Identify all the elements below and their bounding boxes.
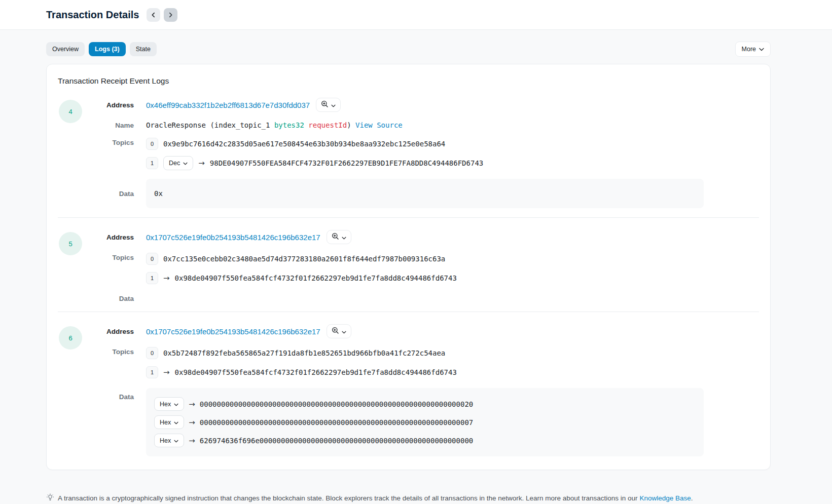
- event-signature: OracleResponse (index_topic_1 bytes32 re…: [146, 120, 759, 129]
- data-label: Data: [103, 388, 134, 401]
- tab-state[interactable]: State: [130, 42, 157, 56]
- close-paren: ): [347, 121, 355, 129]
- log-index-badge: 5: [59, 232, 82, 255]
- log-divider: [58, 217, 759, 218]
- data-word-row: Hex → 0000000000000000000000000000000000…: [154, 397, 696, 411]
- view-source-link[interactable]: View Source: [355, 121, 403, 129]
- log-index-badge: 4: [59, 100, 82, 123]
- address-label: Address: [103, 234, 134, 241]
- address-zoom-button[interactable]: [316, 98, 341, 112]
- data-word-value: 0000000000000000000000000000000000000000…: [200, 400, 473, 408]
- topic-value: 0x7cc135e0cebb02c3480ae5d74d377283180a26…: [163, 255, 445, 263]
- log-entry-4: 4 Address 0x46eff99cab332f1b2eb2ff6813d6…: [58, 98, 759, 208]
- topic-encoding-select[interactable]: Dec: [163, 156, 193, 170]
- param-type: bytes32: [274, 121, 304, 129]
- address-zoom-button[interactable]: [327, 324, 351, 338]
- address-row: Address 0x46eff99cab332f1b2eb2ff6813d67e…: [103, 98, 759, 112]
- more-button[interactable]: More: [735, 42, 771, 57]
- topics-row: Topics 0 0x7cc135e0cebb02c3480ae5d74d377…: [103, 252, 759, 285]
- topics-label: Topics: [103, 346, 134, 356]
- chevron-down-icon: [331, 101, 336, 109]
- topics-label: Topics: [103, 137, 134, 146]
- topic-encoding-value: Dec: [169, 160, 180, 167]
- chevron-down-icon: [183, 160, 188, 167]
- data-row: Data: [103, 293, 759, 302]
- topic-value: 0x98de04907f550fea584fcf4732f01f2662297e…: [175, 274, 457, 282]
- address-row: Address 0x1707c526e19fe0b254193b5481426c…: [103, 324, 759, 338]
- data-label: Data: [103, 293, 134, 302]
- chevron-down-icon: [342, 234, 346, 241]
- next-transaction-button[interactable]: [164, 8, 177, 22]
- arrow-icon: →: [163, 274, 170, 283]
- chevron-down-icon: [174, 437, 178, 444]
- topics-row: Topics 0 0x9e9bc7616d42c2835d05ae617e508…: [103, 137, 759, 170]
- topic-0: 0 0x9e9bc7616d42c2835d05ae617e508454e63b…: [146, 137, 759, 151]
- data-word-value: 626974636f696e00000000000000000000000000…: [200, 437, 473, 445]
- lightbulb-icon: [46, 493, 54, 503]
- knowledge-base-link[interactable]: Knowledge Base: [639, 494, 691, 502]
- arrow-icon: →: [189, 436, 195, 445]
- chevron-down-icon: [174, 401, 178, 408]
- log-entry-6: 6 Address 0x1707c526e19fe0b254193b548142…: [58, 324, 759, 456]
- page-header: Transaction Details: [0, 0, 832, 30]
- topic-value: 0x5b72487f892feba565865a27f191da8fb1e852…: [163, 349, 445, 357]
- magnifier-plus-icon: [332, 232, 339, 242]
- topic-index-badge: 1: [146, 272, 158, 284]
- chevron-right-icon: [168, 12, 173, 18]
- log-index-badge: 6: [59, 326, 82, 350]
- param-name: requestId: [308, 121, 347, 129]
- arrow-icon: →: [189, 400, 195, 409]
- tab-overview[interactable]: Overview: [46, 42, 85, 56]
- address-row: Address 0x1707c526e19fe0b254193b5481426c…: [103, 230, 759, 244]
- data-encoding-select[interactable]: Hex: [154, 434, 184, 447]
- data-encoding-value: Hex: [160, 401, 171, 408]
- page-title: Transaction Details: [46, 9, 139, 21]
- magnifier-plus-icon: [332, 327, 339, 336]
- data-row: Data Hex → 00000000000000000000000000000…: [103, 388, 759, 456]
- address-zoom-button[interactable]: [327, 230, 351, 244]
- topic-value: 98DE04907F550FEA584FCF4732F01F2662297EB9…: [210, 159, 483, 167]
- magnifier-plus-icon: [321, 100, 329, 109]
- topic-0: 0 0x5b72487f892feba565865a27f191da8fb1e8…: [146, 346, 759, 360]
- address-link[interactable]: 0x46eff99cab332f1b2eb2ff6813d67e7d30fdd0…: [146, 101, 310, 109]
- data-word-value: 0000000000000000000000000000000000000000…: [200, 418, 473, 427]
- card-title: Transaction Receipt Event Logs: [58, 76, 759, 86]
- arrow-icon: →: [163, 368, 170, 377]
- chevron-down-icon: [759, 46, 764, 53]
- topic-value: 0x98de04907f550fea584fcf4732f01f2662297e…: [175, 368, 457, 376]
- footer-note: A transaction is a cryptographically sig…: [46, 493, 771, 503]
- topic-index-badge: 0: [146, 253, 158, 265]
- data-encoding-select[interactable]: Hex: [154, 397, 184, 411]
- chevron-down-icon: [342, 328, 346, 335]
- address-link[interactable]: 0x1707c526e19fe0b254193b5481426c196b632e…: [146, 327, 320, 336]
- log-entry-5: 5 Address 0x1707c526e19fe0b254193b548142…: [58, 230, 759, 302]
- topic-1: 1 → 0x98de04907f550fea584fcf4732f01f2662…: [146, 271, 759, 285]
- topic-index-badge: 1: [146, 157, 158, 169]
- data-encoding-value: Hex: [160, 437, 171, 444]
- data-label: Data: [103, 190, 134, 198]
- arrow-icon: →: [189, 418, 195, 427]
- previous-transaction-button[interactable]: [147, 8, 160, 22]
- topic-value: 0x9e9bc7616d42c2835d05ae617e508454e63b30…: [163, 140, 445, 148]
- topics-label: Topics: [103, 252, 134, 261]
- data-encoding-value: Hex: [160, 419, 171, 426]
- topic-1: 1 Dec → 98DE04907F550FEA584FCF4732F01F26…: [146, 156, 759, 170]
- chevron-down-icon: [174, 419, 178, 426]
- tabs-bar: Overview Logs (3) State More: [46, 42, 771, 57]
- arrow-icon: →: [198, 159, 205, 168]
- tab-logs[interactable]: Logs (3): [89, 42, 126, 56]
- data-value-box: Hex → 0000000000000000000000000000000000…: [146, 388, 704, 456]
- address-label: Address: [103, 328, 134, 335]
- topic-index-badge: 0: [146, 138, 158, 150]
- name-label: Name: [103, 120, 134, 129]
- topics-row: Topics 0 0x5b72487f892feba565865a27f191d…: [103, 346, 759, 379]
- chevron-left-icon: [151, 12, 156, 18]
- address-link[interactable]: 0x1707c526e19fe0b254193b5481426c196b632e…: [146, 233, 320, 242]
- topic-0: 0 0x7cc135e0cebb02c3480ae5d74d377283180a…: [146, 252, 759, 266]
- topic-index-badge: 0: [146, 347, 158, 359]
- data-word-row: Hex → 626974636f696e00000000000000000000…: [154, 434, 696, 447]
- name-row: Name OracleResponse (index_topic_1 bytes…: [103, 120, 759, 129]
- more-button-label: More: [742, 46, 756, 53]
- data-encoding-select[interactable]: Hex: [154, 415, 184, 429]
- event-name-text: OracleResponse (index_topic_1: [146, 121, 274, 129]
